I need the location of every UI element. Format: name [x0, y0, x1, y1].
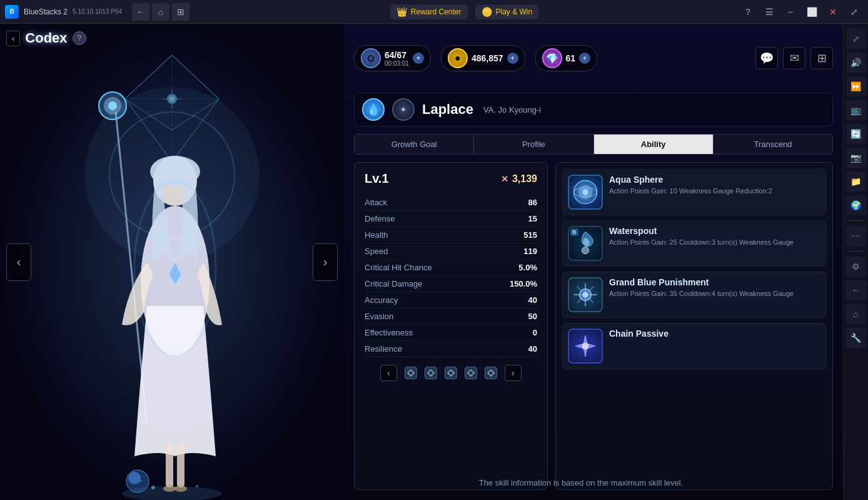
stat-label: Health: [365, 230, 388, 240]
home-sidebar-button[interactable]: ⌂: [846, 304, 866, 324]
stat-value: 40: [528, 344, 537, 354]
stat-value: 515: [523, 230, 537, 240]
stat-row: Critical Hit Chance 5.0%: [365, 260, 537, 276]
restore-button[interactable]: ⬜: [803, 3, 820, 21]
game-area: ‹ Codex ? ‹ › ⚙ 64/67 00:03:01 + ● 486,8…: [0, 24, 843, 500]
location-sidebar-button[interactable]: 🌍: [846, 195, 866, 215]
skill-desc: Action Points Gain: 35 Cooldown:4 turn(s…: [609, 289, 820, 298]
stats-level-row: Lv.1 ✕ 3,139: [365, 171, 537, 186]
stat-value: 119: [523, 247, 537, 256]
skill-dot-4: [465, 367, 477, 379]
skill-info: Aqua Sphere Action Points Gain: 10 Weakn…: [609, 175, 820, 210]
svg-point-25: [151, 486, 155, 489]
skill-next-button[interactable]: ›: [505, 365, 522, 381]
menu-button[interactable]: ☰: [760, 3, 778, 21]
svg-point-39: [582, 189, 588, 195]
tab-ability[interactable]: Ability: [594, 135, 714, 154]
tab-profile[interactable]: Profile: [474, 135, 593, 154]
svg-point-26: [196, 485, 198, 487]
svg-point-15: [108, 101, 117, 110]
home-nav-button[interactable]: ⌂: [152, 3, 169, 21]
character-va: VA. Jo Kyoung-i: [483, 105, 541, 115]
crown-icon: 👑: [396, 7, 407, 17]
content-area: Lv.1 ✕ 3,139 Attack 86 Defense 15 Health…: [354, 162, 833, 490]
stat-label: Defense: [365, 214, 395, 223]
character-name: Laplace: [422, 101, 473, 118]
skill-card: B Waterspout Action Points Gain: 25 Cool…: [562, 220, 826, 267]
char-sprite: [41, 49, 303, 500]
combat-power: ✕ 3,139: [501, 173, 537, 185]
stat-row: Critical Damage 150.0%: [365, 276, 537, 292]
back-nav-button[interactable]: ←: [132, 3, 149, 21]
skill-dot-5: [485, 367, 497, 379]
fullscreen-sidebar-button[interactable]: ⤢: [846, 29, 866, 49]
reward-center-button[interactable]: 👑 Reward Center: [390, 4, 468, 19]
folder-sidebar-button[interactable]: 📁: [846, 171, 866, 191]
skill-name: Chain Passive: [609, 329, 820, 339]
stat-label: Speed: [365, 247, 388, 256]
skill-icon-wrap: [568, 329, 603, 364]
svg-rect-20: [166, 444, 173, 487]
next-character-button[interactable]: ›: [313, 243, 338, 281]
tabs-row: Growth Goal Profile Ability Transcend: [354, 134, 833, 155]
fast-forward-sidebar-button[interactable]: ⏩: [846, 76, 866, 96]
play-win-button[interactable]: 🪙 Play & Win: [475, 4, 539, 19]
minimize-button[interactable]: −: [782, 3, 799, 21]
settings-sidebar-button[interactable]: ⚙: [846, 257, 866, 277]
tab-transcend[interactable]: Transcend: [714, 135, 832, 154]
windows-nav-button[interactable]: ⊞: [172, 3, 189, 21]
codex-header: ‹ Codex ?: [6, 30, 86, 46]
stat-value: 50: [528, 312, 537, 321]
sidebar-divider: [847, 220, 865, 221]
class-icon: ✦: [392, 98, 415, 121]
skill-card: Chain Passive: [562, 323, 826, 369]
camera-sidebar-button[interactable]: 📷: [846, 148, 866, 168]
skill-icon-wrap: [568, 277, 603, 312]
help-button[interactable]: ?: [739, 3, 757, 21]
codex-title: Codex: [25, 30, 67, 46]
stat-value: 0: [533, 328, 537, 337]
tv-sidebar-button[interactable]: 📺: [846, 100, 866, 120]
stat-rows-container: Attack 86 Defense 15 Health 515 Speed 11…: [365, 195, 537, 357]
stat-label: Resilience: [365, 344, 402, 354]
skill-desc: Action Points Gain: 25 Cooldown:3 turn(s…: [609, 238, 820, 247]
skills-panel: Aqua Sphere Action Points Gain: 10 Weakn…: [555, 162, 833, 490]
skill-card: Aqua Sphere Action Points Gain: 10 Weakn…: [562, 169, 826, 215]
right-sidebar: ⤢ 🔊 ⏩ 📺 🔄 📷 📁 🌍 ⋯ ⚙ ← ⌂ 🔧: [843, 24, 868, 500]
svg-point-47: [582, 342, 588, 349]
back-sidebar-button[interactable]: ←: [846, 280, 866, 300]
element-icon: 💧: [362, 98, 385, 121]
close-button[interactable]: ✕: [824, 3, 842, 21]
stat-label: Effectiveness: [365, 328, 413, 337]
prev-character-button[interactable]: ‹: [6, 243, 31, 281]
more-sidebar-button[interactable]: ⋯: [846, 226, 866, 246]
svg-marker-34: [468, 370, 474, 376]
expand-button[interactable]: ⤢: [845, 3, 863, 21]
bottom-note: The skill information is based on the ma…: [344, 478, 818, 487]
tools-sidebar-button[interactable]: 🔧: [846, 328, 866, 348]
svg-marker-31: [408, 370, 414, 376]
tab-growth-goal[interactable]: Growth Goal: [355, 135, 474, 154]
svg-marker-35: [488, 370, 494, 376]
skill-prev-button[interactable]: ‹: [380, 365, 397, 381]
rotate-sidebar-button[interactable]: 🔄: [846, 124, 866, 144]
sound-sidebar-button[interactable]: 🔊: [846, 53, 866, 73]
titlebar-center: 👑 Reward Center 🪙 Play & Win: [390, 4, 538, 19]
stat-row: Health 515: [365, 227, 537, 243]
app-name: BlueStacks 2: [24, 8, 68, 16]
skill-dot-2: [425, 367, 437, 379]
svg-marker-33: [448, 370, 454, 376]
stat-value: 40: [528, 295, 537, 305]
back-button[interactable]: ‹: [6, 31, 20, 46]
stat-row: Evasion 50: [365, 309, 537, 325]
char-portrait: ‹ Codex ? ‹ ›: [0, 24, 344, 500]
skill-icon-wrap: [568, 175, 603, 210]
char-figure-svg: [41, 49, 303, 500]
skill-pagination: ‹ ›: [365, 365, 537, 381]
app-version: 5.10.10.1013 P64: [73, 8, 122, 15]
stat-row: Attack 86: [365, 195, 537, 211]
skill-name: Aqua Sphere: [609, 175, 820, 185]
svg-marker-32: [428, 370, 434, 376]
codex-help-button[interactable]: ?: [73, 31, 86, 45]
stat-row: Speed 119: [365, 243, 537, 260]
